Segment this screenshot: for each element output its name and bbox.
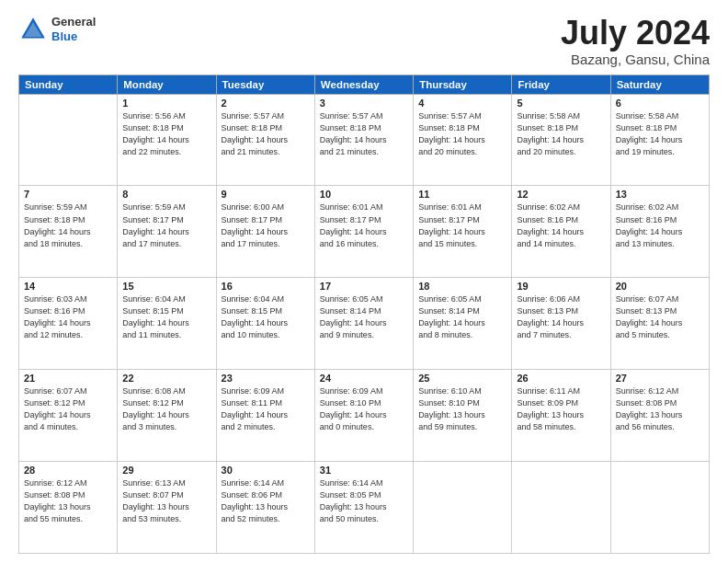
day-number: 7 [24,189,112,200]
day-number: 17 [320,281,408,292]
day-number: 18 [418,281,506,292]
day-number: 9 [222,189,310,200]
day-cell: 9Sunrise: 6:00 AM Sunset: 8:17 PM Daylig… [216,186,314,278]
day-number: 8 [122,189,210,200]
day-cell: 11Sunrise: 6:01 AM Sunset: 8:17 PM Dayli… [414,186,512,278]
logo-icon [18,15,48,44]
day-info: Sunrise: 6:06 AM Sunset: 8:13 PM Dayligh… [517,293,605,341]
day-number: 1 [122,98,210,109]
day-info: Sunrise: 6:02 AM Sunset: 8:16 PM Dayligh… [517,201,605,249]
day-info: Sunrise: 6:14 AM Sunset: 8:06 PM Dayligh… [222,477,310,525]
day-cell: 8Sunrise: 5:59 AM Sunset: 8:17 PM Daylig… [118,186,216,278]
day-info: Sunrise: 6:12 AM Sunset: 8:08 PM Dayligh… [616,385,704,433]
day-cell: 14Sunrise: 6:03 AM Sunset: 8:16 PM Dayli… [19,278,118,370]
day-info: Sunrise: 6:05 AM Sunset: 8:14 PM Dayligh… [320,293,408,341]
day-number: 15 [122,281,210,292]
week-row-2: 14Sunrise: 6:03 AM Sunset: 8:16 PM Dayli… [19,278,710,370]
day-number: 14 [24,281,112,292]
day-number: 2 [222,98,310,109]
title-block: July 2024 Bazang, Gansu, China [561,15,710,67]
day-info: Sunrise: 6:11 AM Sunset: 8:09 PM Dayligh… [517,385,605,433]
day-cell: 29Sunrise: 6:13 AM Sunset: 8:07 PM Dayli… [118,462,216,554]
day-info: Sunrise: 6:01 AM Sunset: 8:17 PM Dayligh… [320,201,408,249]
day-cell: 28Sunrise: 6:12 AM Sunset: 8:08 PM Dayli… [19,462,118,554]
logo: General Blue [18,15,96,44]
day-cell: 26Sunrise: 6:11 AM Sunset: 8:09 PM Dayli… [512,370,610,462]
day-info: Sunrise: 6:09 AM Sunset: 8:10 PM Dayligh… [320,385,408,433]
day-info: Sunrise: 6:08 AM Sunset: 8:12 PM Dayligh… [122,385,210,433]
day-cell: 16Sunrise: 6:04 AM Sunset: 8:15 PM Dayli… [216,278,314,370]
day-info: Sunrise: 6:04 AM Sunset: 8:15 PM Dayligh… [122,293,210,341]
day-number: 13 [616,189,704,200]
header-cell-saturday: Saturday [610,75,709,94]
day-info: Sunrise: 6:13 AM Sunset: 8:07 PM Dayligh… [122,477,210,525]
day-number: 25 [418,373,506,384]
day-number: 11 [418,189,506,200]
main-title: July 2024 [561,15,710,52]
day-number: 22 [122,373,210,384]
header-cell-sunday: Sunday [19,75,118,94]
day-cell: 12Sunrise: 6:02 AM Sunset: 8:16 PM Dayli… [512,186,610,278]
day-info: Sunrise: 5:57 AM Sunset: 8:18 PM Dayligh… [222,110,310,158]
day-number: 30 [222,465,310,476]
day-info: Sunrise: 5:58 AM Sunset: 8:18 PM Dayligh… [616,110,704,158]
header-cell-thursday: Thursday [414,75,512,94]
week-row-4: 28Sunrise: 6:12 AM Sunset: 8:08 PM Dayli… [19,462,710,554]
subtitle: Bazang, Gansu, China [561,52,710,67]
page: General Blue July 2024 Bazang, Gansu, Ch… [0,0,728,563]
day-number: 29 [122,465,210,476]
header: General Blue July 2024 Bazang, Gansu, Ch… [18,15,710,67]
day-cell: 31Sunrise: 6:14 AM Sunset: 8:05 PM Dayli… [314,462,413,554]
day-cell: 10Sunrise: 6:01 AM Sunset: 8:17 PM Dayli… [314,186,413,278]
day-number: 23 [222,373,310,384]
day-cell: 1Sunrise: 5:56 AM Sunset: 8:18 PM Daylig… [118,94,216,186]
day-cell [19,94,118,186]
day-cell: 23Sunrise: 6:09 AM Sunset: 8:11 PM Dayli… [216,370,314,462]
day-cell: 7Sunrise: 5:59 AM Sunset: 8:18 PM Daylig… [19,186,118,278]
day-info: Sunrise: 5:59 AM Sunset: 8:18 PM Dayligh… [24,201,112,249]
day-cell: 27Sunrise: 6:12 AM Sunset: 8:08 PM Dayli… [610,370,709,462]
week-row-1: 7Sunrise: 5:59 AM Sunset: 8:18 PM Daylig… [19,186,710,278]
logo-general: General [51,15,96,29]
day-number: 21 [24,373,112,384]
day-info: Sunrise: 6:04 AM Sunset: 8:15 PM Dayligh… [222,293,310,341]
day-cell: 15Sunrise: 6:04 AM Sunset: 8:15 PM Dayli… [118,278,216,370]
day-info: Sunrise: 6:14 AM Sunset: 8:05 PM Dayligh… [320,477,408,525]
day-cell: 17Sunrise: 6:05 AM Sunset: 8:14 PM Dayli… [314,278,413,370]
day-number: 10 [320,189,408,200]
day-info: Sunrise: 6:10 AM Sunset: 8:10 PM Dayligh… [418,385,506,433]
day-cell: 21Sunrise: 6:07 AM Sunset: 8:12 PM Dayli… [19,370,118,462]
day-cell: 2Sunrise: 5:57 AM Sunset: 8:18 PM Daylig… [216,94,314,186]
day-info: Sunrise: 5:56 AM Sunset: 8:18 PM Dayligh… [122,110,210,158]
day-info: Sunrise: 6:02 AM Sunset: 8:16 PM Dayligh… [616,201,704,249]
header-cell-wednesday: Wednesday [314,75,413,94]
day-cell: 30Sunrise: 6:14 AM Sunset: 8:06 PM Dayli… [216,462,314,554]
header-cell-tuesday: Tuesday [216,75,314,94]
calendar-table: SundayMondayTuesdayWednesdayThursdayFrid… [18,75,710,554]
day-number: 28 [24,465,112,476]
day-cell: 13Sunrise: 6:02 AM Sunset: 8:16 PM Dayli… [610,186,709,278]
logo-text: General Blue [51,15,96,43]
day-number: 12 [517,189,605,200]
day-cell: 25Sunrise: 6:10 AM Sunset: 8:10 PM Dayli… [414,370,512,462]
day-info: Sunrise: 5:59 AM Sunset: 8:17 PM Dayligh… [122,201,210,249]
day-cell [512,462,610,554]
day-cell [610,462,709,554]
day-cell: 20Sunrise: 6:07 AM Sunset: 8:13 PM Dayli… [610,278,709,370]
day-number: 31 [320,465,408,476]
day-cell: 4Sunrise: 5:57 AM Sunset: 8:18 PM Daylig… [414,94,512,186]
day-number: 4 [418,98,506,109]
day-number: 24 [320,373,408,384]
day-info: Sunrise: 6:03 AM Sunset: 8:16 PM Dayligh… [24,293,112,341]
day-info: Sunrise: 6:09 AM Sunset: 8:11 PM Dayligh… [222,385,310,433]
calendar-header: SundayMondayTuesdayWednesdayThursdayFrid… [19,75,710,94]
day-cell [414,462,512,554]
day-cell: 24Sunrise: 6:09 AM Sunset: 8:10 PM Dayli… [314,370,413,462]
day-info: Sunrise: 6:00 AM Sunset: 8:17 PM Dayligh… [222,201,310,249]
day-info: Sunrise: 6:07 AM Sunset: 8:12 PM Dayligh… [24,385,112,433]
week-row-3: 21Sunrise: 6:07 AM Sunset: 8:12 PM Dayli… [19,370,710,462]
day-cell: 6Sunrise: 5:58 AM Sunset: 8:18 PM Daylig… [610,94,709,186]
day-cell: 22Sunrise: 6:08 AM Sunset: 8:12 PM Dayli… [118,370,216,462]
day-info: Sunrise: 6:07 AM Sunset: 8:13 PM Dayligh… [616,293,704,341]
logo-blue: Blue [51,29,96,44]
